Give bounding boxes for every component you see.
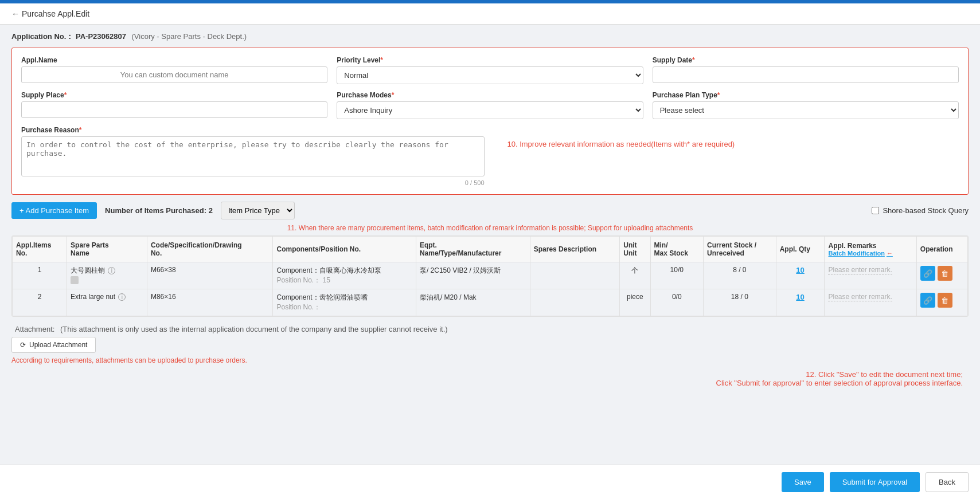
col-current-stock: Current Stock /Unreceived [704,237,776,262]
annotation-12: 12. Click "Save" to edit the document ne… [11,370,963,387]
col-operation: Operation [916,237,967,262]
upload-attachment-button[interactable]: ⟳ Upload Attachment [11,337,96,353]
purchase-plan-type-field: Purchase Plan Type* Please select [653,91,959,119]
appl-name-input[interactable] [21,66,327,83]
purchase-items-table: Appl.ItemsNo. Spare PartsName Code/Speci… [11,235,969,317]
shore-stock-query-checkbox[interactable] [872,207,879,214]
purchase-reason-textarea[interactable] [21,136,485,176]
supply-place-input[interactable] [21,101,327,118]
cell-row2-no: 2 [13,289,67,316]
remark-placeholder-2[interactable]: Please enter remark. [828,293,892,301]
cell-row2-component: Component：齿轮润滑油喷嘴 Position No.： [273,289,416,316]
upload-icon: ⟳ [20,341,26,349]
priority-level-select[interactable]: Normal [337,66,643,84]
cell-row1-min-max: 10/0 [650,262,704,289]
cell-row2-remark: Please enter remark. [825,289,916,316]
add-purchase-item-button[interactable]: + Add Purchase Item [11,202,97,219]
row2-operations: 🔗 🗑 [920,293,964,308]
purchase-modes-select[interactable]: Ashore Inquiry [337,101,643,119]
col-appl-qty: Appl. Qty [776,237,825,262]
remark-placeholder-1[interactable]: Please enter remark. [828,266,892,274]
spare-image-thumb [71,276,79,284]
spare-info-icon-2: i [118,293,126,301]
attachment-section: Attachment: (This attachment is only use… [11,325,969,364]
cell-row2-spares-desc [530,289,619,316]
cell-row1-remark: Please enter remark. [825,262,916,289]
cell-row1-current: 8 / 0 [704,262,776,289]
cell-row2-spare-name: Extra large nut i [67,289,147,316]
cell-row1-qty[interactable]: 10 [776,262,825,289]
row2-delete-button[interactable]: 🗑 [938,293,952,308]
spare-info-icon: i [108,267,115,274]
supply-place-field: Supply Place* [21,91,327,119]
cell-row2-unit: piece [620,289,650,316]
supply-date-field: Supply Date* 2023-07-28 [653,56,959,84]
annotation-10: 10. Improve relevant information as need… [507,140,735,148]
cell-row1-component: Component：自吸离心海水冷却泵 Position No.： 15 [273,262,416,289]
row1-delete-button[interactable]: 🗑 [938,266,952,281]
cell-row2-eqpt: 柴油机/ M20 / Mak [416,289,530,316]
cell-row1-spare-name: 大号圆柱销 i [67,262,147,289]
purchase-modes-label: Purchase Modes* [337,91,643,99]
supply-date-input[interactable]: 2023-07-28 [653,66,959,83]
attachment-label: Attachment: (This attachment is only use… [11,325,969,333]
purchase-plan-type-select[interactable]: Please select [653,101,959,119]
cell-row2-code: M86×16 [147,289,273,316]
application-number: Application No.： PA-P23062807 (Vicory - … [11,32,969,42]
row1-operations: 🔗 🗑 [920,266,964,281]
purchase-reason-label: Purchase Reason* [21,126,485,134]
priority-level-field: Priority Level* Normal [337,56,643,84]
purchase-items-toolbar: + Add Purchase Item Number of Items Purc… [11,202,969,219]
main-form: Appl.Name Priority Level* Normal Supply … [11,48,969,195]
table-row: 1 大号圆柱销 i M66×38 Component：自吸离心海水冷却泵 Pos… [13,262,968,289]
col-appl-remarks: Appl. Remarks Batch Modification ← [825,237,916,262]
priority-level-label: Priority Level* [337,56,643,64]
cell-row1-unit: 个 [620,262,650,289]
col-components: Components/Position No. [273,237,416,262]
cell-row2-qty[interactable]: 10 [776,289,825,316]
attachment-footer-note: According to requirements, attachments c… [11,356,969,364]
price-type-select[interactable]: Item Price Type [221,202,295,219]
supply-place-label: Supply Place* [21,91,327,99]
col-code-spec: Code/Specification/DrawingNo. [147,237,273,262]
page-header: ← Purcahse Appl.Edit [0,3,980,25]
col-spares-desc: Spares Description [530,237,619,262]
col-spare-parts-name: Spare PartsName [67,237,147,262]
cell-row1-no: 1 [13,262,67,289]
items-count: Number of Items Purchased: 2 [105,206,213,215]
annotation-11: 11. When there are many procurement item… [11,224,969,232]
purchase-plan-type-label: Purchase Plan Type* [653,91,959,99]
cell-row2-op: 🔗 🗑 [916,289,967,316]
cell-row1-spares-desc [530,262,619,289]
back-button[interactable]: ← Purcahse Appl.Edit [11,9,89,18]
purchase-modes-field: Purchase Modes* Ashore Inquiry [337,91,643,119]
supply-date-label: Supply Date* [653,56,959,64]
cell-row1-code: M66×38 [147,262,273,289]
batch-modification-link[interactable]: Batch Modification ← [828,250,912,257]
shore-stock-query-label: Shore-based Stock Query [883,206,969,215]
appl-name-field: Appl.Name [21,56,327,84]
purchase-reason-field: Purchase Reason* 0 / 500 [21,126,485,186]
row1-link-button[interactable]: 🔗 [920,266,935,281]
row2-link-button[interactable]: 🔗 [920,293,935,308]
col-min-max: Min/Max Stock [650,237,704,262]
col-unit: UnitUnit [620,237,650,262]
cell-row1-eqpt: 泵/ 2C150 VIB2 / 汉姆沃斯 [416,262,530,289]
col-appl-items-no: Appl.ItemsNo. [13,237,67,262]
col-eqpt: Eqpt.Name/Type/Manufacturer [416,237,530,262]
cell-row2-current: 18 / 0 [704,289,776,316]
table-row: 2 Extra large nut i M86×16 Component：齿轮润… [13,289,968,316]
cell-row2-min-max: 0/0 [650,289,704,316]
char-count: 0 / 500 [21,179,485,186]
appl-name-label: Appl.Name [21,56,327,64]
cell-row1-op: 🔗 🗑 [916,262,967,289]
